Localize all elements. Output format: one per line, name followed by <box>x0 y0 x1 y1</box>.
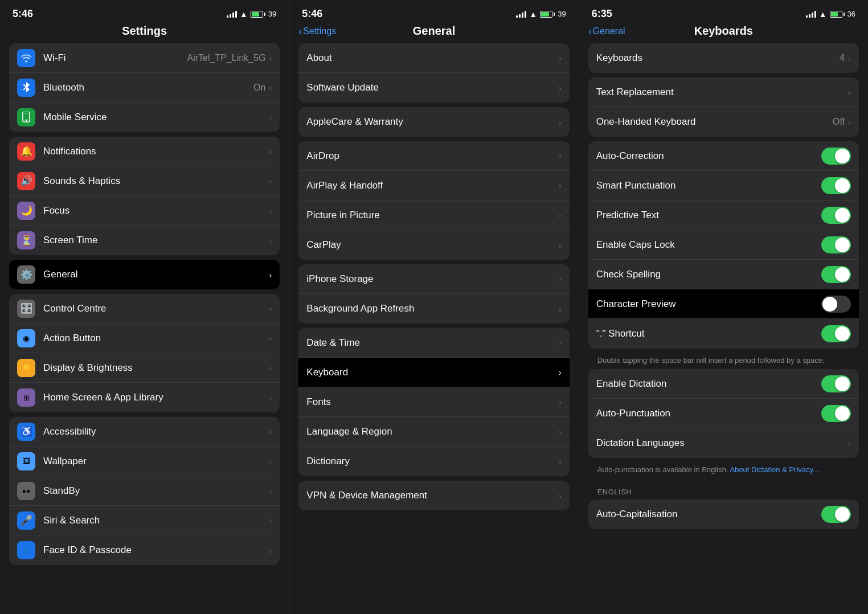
standby-chevron: › <box>269 486 272 496</box>
general-chevron: › <box>269 270 272 280</box>
row-airdrop[interactable]: AirDrop › <box>298 141 569 171</box>
airplay-chevron: › <box>559 181 562 190</box>
sounds-chevron: › <box>269 176 272 186</box>
sounds-row-icon: 🔊 <box>17 172 35 190</box>
battery-icon-3 <box>830 11 845 18</box>
row-iphonestorage[interactable]: iPhone Storage › <box>298 264 569 294</box>
notifications-row-icon: 🔔 <box>17 142 35 161</box>
carplay-label: CarPlay <box>306 239 558 251</box>
row-fonts[interactable]: Fonts › <box>298 387 569 417</box>
row-predictivetext[interactable]: Predictive Text <box>588 200 859 230</box>
row-standby[interactable]: ●● StandBy › <box>9 476 280 506</box>
row-sounds[interactable]: 🔊 Sounds & Haptics › <box>9 166 280 196</box>
row-actionbutton[interactable]: ◉ Action Button › <box>9 324 280 353</box>
onehandedkeyboard-label: One-Handed Keyboard <box>596 116 833 128</box>
carplay-chevron: › <box>559 240 562 250</box>
row-vpn[interactable]: VPN & Device Management › <box>298 481 569 510</box>
row-textreplacement[interactable]: Text Replacement › <box>588 77 859 107</box>
dictation-privacy-link[interactable]: About Dictation & Privacy... <box>730 465 819 474</box>
status-time-2: 5:46 <box>302 8 322 20</box>
settings-list-1: Wi-Fi AirTel_TP_Link_5G › Bluetooth On › <box>0 43 289 614</box>
row-airplay[interactable]: AirPlay & Handoff › <box>298 171 569 200</box>
back-button-2[interactable]: ‹ Settings <box>298 26 336 36</box>
row-faceid[interactable]: 👤 Face ID & Passcode › <box>9 535 280 565</box>
row-carplay[interactable]: CarPlay › <box>298 230 569 260</box>
row-enabledictation[interactable]: Enable Dictation <box>588 369 859 399</box>
row-homescreen[interactable]: ⊞ Home Screen & App Library › <box>9 383 280 412</box>
dictation-sublabel: Auto-punctuation is available in English… <box>588 462 859 478</box>
wifi-label: Wi-Fi <box>43 52 187 64</box>
screentime-label: Screen Time <box>43 235 269 246</box>
row-autocorrection[interactable]: Auto-Correction <box>588 141 859 171</box>
onehandedkeyboard-value: Off <box>833 117 845 127</box>
back-button-3[interactable]: ‹ General <box>588 26 625 36</box>
row-onehandedkeyboard[interactable]: One-Handed Keyboard Off › <box>588 107 859 137</box>
nav-header-2: ‹ Settings General <box>289 23 578 43</box>
row-keyboard[interactable]: Keyboard › <box>298 358 569 387</box>
back-label-2: Settings <box>303 26 336 36</box>
row-wifi[interactable]: Wi-Fi AirTel_TP_Link_5G › <box>9 43 280 73</box>
row-display[interactable]: ☀️ Display & Brightness › <box>9 353 280 383</box>
autocorrection-toggle[interactable] <box>821 148 851 165</box>
battery-percent-1: 39 <box>268 10 276 18</box>
row-datetime[interactable]: Date & Time › <box>298 328 569 358</box>
row-keyboards[interactable]: Keyboards 4 › <box>588 43 859 73</box>
airdrop-chevron: › <box>559 151 562 161</box>
section-datetime: Date & Time › Keyboard › Fonts › Languag… <box>298 328 569 476</box>
row-smartpunctuation[interactable]: Smart Punctuation <box>588 171 859 200</box>
softwareupdate-chevron: › <box>559 83 562 93</box>
row-notifications[interactable]: 🔔 Notifications › <box>9 137 280 166</box>
row-about[interactable]: About › <box>298 43 569 73</box>
autopunctuation-label: Auto-Punctuation <box>596 408 821 419</box>
row-screentime[interactable]: ⏳ Screen Time › <box>9 226 280 255</box>
row-backgroundapp[interactable]: Background App Refresh › <box>298 294 569 324</box>
airplay-label: AirPlay & Handoff <box>306 180 558 191</box>
row-dictationlanguages[interactable]: Dictation Languages › <box>588 428 859 458</box>
row-periodshortcut[interactable]: "." Shortcut <box>588 319 859 349</box>
predictivetext-toggle[interactable] <box>821 207 851 224</box>
datetime-chevron: › <box>559 338 562 347</box>
periodshortcut-toggle[interactable] <box>821 325 851 342</box>
row-accessibility[interactable]: ♿ Accessibility › <box>9 417 280 447</box>
row-checkspelling[interactable]: Check Spelling <box>588 260 859 289</box>
enabledictation-toggle[interactable] <box>821 375 851 392</box>
row-mobile[interactable]: Mobile Service › <box>9 103 280 132</box>
smartpunctuation-toggle[interactable] <box>821 177 851 194</box>
section-toggles: Auto-Correction Smart Punctuation Predic… <box>588 141 859 349</box>
notifications-label: Notifications <box>43 146 269 157</box>
row-applecare[interactable]: AppleCare & Warranty › <box>298 107 569 137</box>
notifications-chevron: › <box>269 146 272 156</box>
english-section-header: ENGLISH <box>588 478 859 500</box>
row-wallpaper[interactable]: 🖼 Wallpaper › <box>9 447 280 476</box>
row-autopunctuation[interactable]: Auto-Punctuation <box>588 399 859 428</box>
bluetooth-chevron: › <box>269 83 272 92</box>
languageregion-chevron: › <box>559 427 562 436</box>
row-softwareupdate[interactable]: Software Update › <box>298 73 569 103</box>
page-title-2: General <box>413 24 455 38</box>
row-characterpreview[interactable]: Character Preview <box>588 289 859 319</box>
row-bluetooth[interactable]: Bluetooth On › <box>9 73 280 103</box>
row-languageregion[interactable]: Language & Region › <box>298 417 569 447</box>
row-controlcentre[interactable]: 🎛️ Control Centre › <box>9 294 280 324</box>
screentime-chevron: › <box>269 236 272 245</box>
enablecapslock-toggle[interactable] <box>821 236 851 253</box>
nav-header-3: ‹ General Keyboards <box>579 23 868 43</box>
svg-point-1 <box>26 120 27 121</box>
checkspelling-toggle[interactable] <box>821 266 851 283</box>
characterpreview-label: Character Preview <box>596 298 821 310</box>
row-focus[interactable]: 🌙 Focus › <box>9 196 280 226</box>
page-title-3: Keyboards <box>694 24 753 38</box>
row-autocapitalization[interactable]: Auto-Capitalisation <box>588 500 859 529</box>
fonts-label: Fonts <box>306 396 558 408</box>
row-general[interactable]: ⚙️ General › <box>9 260 280 289</box>
characterpreview-toggle[interactable] <box>821 296 851 313</box>
bluetooth-label: Bluetooth <box>43 82 253 93</box>
autocapitalization-toggle[interactable] <box>821 506 851 523</box>
dictationlanguages-chevron: › <box>848 439 851 448</box>
row-dictionary[interactable]: Dictionary › <box>298 447 569 476</box>
row-siri[interactable]: 🎤 Siri & Search › <box>9 506 280 535</box>
row-enablecapslock[interactable]: Enable Caps Lock <box>588 230 859 260</box>
autopunctuation-toggle[interactable] <box>821 405 851 422</box>
section-about: About › Software Update › <box>298 43 569 103</box>
row-pictureinpicture[interactable]: Picture in Picture › <box>298 200 569 230</box>
